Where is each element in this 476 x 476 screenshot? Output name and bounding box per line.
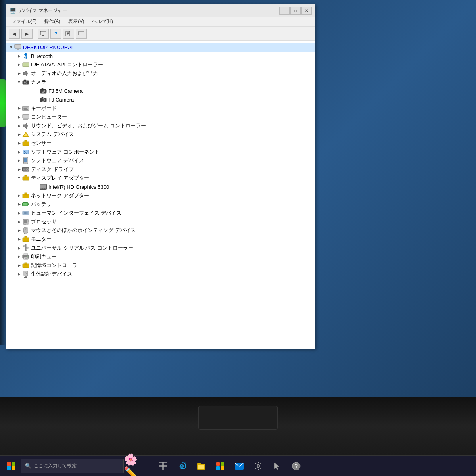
taskbar-app-mail[interactable]	[230, 457, 248, 475]
tree-bluetooth[interactable]: ▶ Bluetooth	[6, 52, 315, 60]
desktop: 🖥️ デバイス マネージャー — □ ✕ ファイル(F) 操作(A) 表示(V)…	[0, 0, 476, 476]
tree-usb[interactable]: ▶ ユニバーサル シリアル バス コントローラー	[6, 244, 315, 252]
tree-processor[interactable]: ▶	[6, 217, 315, 226]
close-button[interactable]: ✕	[301, 7, 312, 15]
sensor-expand-icon: ▶	[16, 140, 22, 146]
svg-rect-10	[23, 63, 29, 67]
tree-sysdev[interactable]: ▶ システム デバイス	[6, 130, 315, 139]
tree-sound[interactable]: ▶ サウンド、ビデオ、およびゲーム コントローラー	[6, 121, 315, 130]
taskbar-app-explorer[interactable]	[192, 457, 210, 475]
back-button[interactable]: ◄	[9, 29, 20, 39]
tree-display[interactable]: ▼ ディスプレイ アダプター	[6, 174, 315, 182]
svg-rect-50	[23, 169, 25, 169]
hid-icon	[22, 209, 29, 217]
tree-ide[interactable]: ▶ IDE ATA/ATAPI コントローラー	[6, 60, 315, 69]
tree-audio[interactable]: ▶ オーディオの入力および出力	[6, 69, 315, 78]
svg-rect-83	[23, 238, 29, 242]
flower-app-icon[interactable]: 🌸✏️	[124, 456, 149, 476]
svg-rect-95	[25, 263, 27, 264]
root-expand-icon: ▼	[8, 44, 14, 50]
hid-label: ヒューマン インターフェイス デバイス	[31, 209, 121, 217]
taskbar-app-cursor[interactable]	[268, 457, 286, 475]
titlebar-left: 🖥️ デバイス マネージャー	[10, 7, 67, 14]
tree-storage[interactable]: ▶ 記憶域コントローラー	[6, 261, 315, 270]
fj5m-label: FJ 5M Camera	[48, 88, 83, 94]
properties-button[interactable]	[63, 29, 74, 39]
sysdev-label: システム デバイス	[31, 131, 74, 138]
svg-point-114	[257, 465, 259, 467]
menu-view[interactable]: 表示(V)	[65, 17, 88, 26]
menu-file[interactable]: ファイル(F)	[8, 17, 40, 26]
svg-rect-108	[198, 465, 204, 469]
tree-mouse[interactable]: ▶ マウスとそのほかのポインティング デバイス	[6, 226, 315, 235]
tree-fjcam[interactable]: ▶ FJ Camera	[6, 95, 315, 104]
menu-help[interactable]: ヘルプ(H)	[88, 17, 117, 26]
svg-rect-42	[25, 140, 27, 142]
computer-view-button[interactable]	[38, 29, 49, 39]
svg-text:?: ?	[295, 463, 298, 469]
svg-rect-62	[23, 203, 27, 205]
fjcam-icon	[40, 96, 47, 103]
tree-swdev[interactable]: ▶ ソフトウェア デバイス	[6, 156, 315, 165]
display-label: ディスプレイ アダプター	[31, 175, 89, 182]
tree-hid[interactable]: ▶ ヒューマン インターフェイス デバイス	[6, 209, 315, 217]
maximize-button[interactable]: □	[290, 7, 301, 15]
taskbar-app-settings[interactable]	[249, 457, 267, 475]
svg-rect-41	[23, 142, 29, 146]
bio-label: 生体認証デバイス	[31, 271, 72, 278]
svg-rect-113	[235, 463, 244, 470]
minimize-button[interactable]: —	[279, 7, 290, 15]
sound-icon	[22, 122, 29, 129]
tree-network[interactable]: ▶ ネットワーク アダプター	[6, 191, 315, 200]
keyboard-expand-icon: ▶	[16, 105, 22, 111]
start-button[interactable]	[3, 458, 19, 474]
svg-rect-21	[42, 88, 43, 90]
tree-fj5m[interactable]: ▶ FJ 5M Camera	[6, 86, 315, 95]
tree-print[interactable]: ▶ 印刷キュー	[6, 252, 315, 261]
tree-gpu[interactable]: ▶ Intel(R) HD Graphics 5300	[6, 182, 315, 191]
svg-rect-110	[221, 462, 224, 466]
fj5m-icon	[40, 87, 47, 94]
svg-rect-94	[23, 264, 29, 268]
svg-rect-7	[15, 44, 21, 48]
search-bar[interactable]: 🔍 ここに入力して検索	[21, 459, 124, 473]
svg-point-47	[25, 163, 26, 163]
device-tree[interactable]: ▼ DESKTOP-RNCURAL ▶ Bl	[6, 41, 315, 349]
svg-rect-52	[23, 177, 29, 180]
tree-root[interactable]: ▼ DESKTOP-RNCURAL	[6, 43, 315, 52]
svg-rect-34	[25, 108, 26, 109]
svg-rect-68	[24, 220, 27, 223]
tree-bio[interactable]: ▶ 生体認証デバイス	[6, 270, 315, 278]
taskbar-app-multitasking[interactable]	[154, 457, 172, 475]
ide-icon	[22, 61, 29, 68]
svg-rect-6	[79, 31, 84, 35]
taskbar-app-store[interactable]	[211, 457, 229, 475]
taskbar-app-edge[interactable]	[173, 457, 191, 475]
svg-point-65	[26, 212, 28, 214]
tree-battery[interactable]: ▶ バッテリ	[6, 200, 315, 209]
svg-rect-32	[23, 108, 24, 109]
svg-point-64	[24, 212, 25, 214]
tree-sensor[interactable]: ▶ センサー	[6, 139, 315, 148]
tree-camera[interactable]: ▼ カメラ	[6, 78, 315, 86]
svg-rect-51	[23, 170, 25, 170]
tree-disk[interactable]: ▶ ディスク ドライブ	[6, 165, 315, 174]
tree-monitor[interactable]: ▶ モニター	[6, 235, 315, 244]
svg-rect-35	[26, 108, 27, 109]
tree-computer[interactable]: ▶ コンピューター	[6, 113, 315, 121]
print-label: 印刷キュー	[31, 253, 57, 260]
taskbar-app-unknown[interactable]: ?	[287, 457, 305, 475]
tree-keyboard[interactable]: ▶ キーボード	[6, 104, 315, 113]
monitor-button[interactable]	[76, 29, 87, 39]
help-button[interactable]: ?	[50, 29, 61, 39]
sensor-label: センサー	[31, 140, 52, 147]
sensor-icon	[22, 140, 29, 147]
forward-button[interactable]: ►	[21, 29, 33, 39]
bluetooth-expand-icon: ▶	[16, 53, 22, 59]
mouse-icon	[22, 227, 29, 234]
keyboard-icon	[22, 105, 29, 112]
svg-rect-109	[216, 462, 220, 466]
tree-swcomp[interactable]: ▶ ソフトウェア コンポーネント	[6, 148, 315, 156]
menu-action[interactable]: 操作(A)	[41, 17, 64, 26]
mouse-label: マウスとそのほかのポインティング デバイス	[31, 227, 136, 234]
